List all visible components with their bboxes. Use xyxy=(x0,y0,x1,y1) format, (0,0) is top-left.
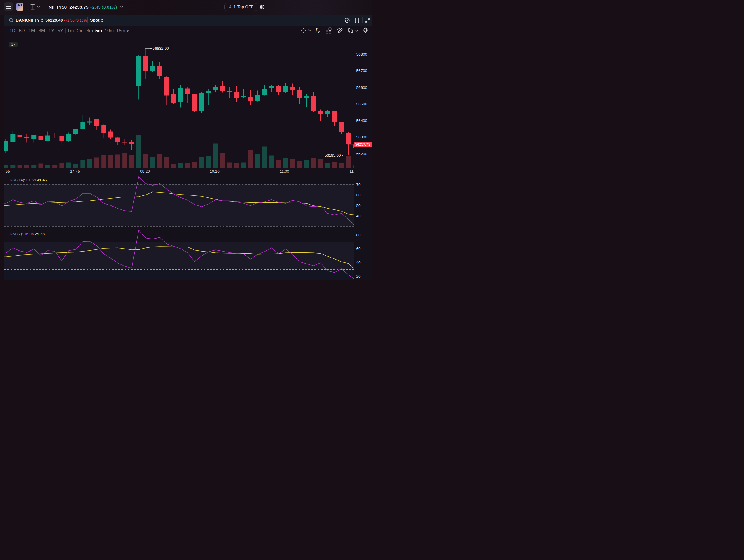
svg-text:80: 80 xyxy=(356,233,361,237)
svg-text:60: 60 xyxy=(356,193,361,197)
svg-text:40: 40 xyxy=(356,214,361,218)
svg-text:20: 20 xyxy=(356,274,361,278)
svg-text:70: 70 xyxy=(356,182,361,186)
svg-text:50: 50 xyxy=(356,203,361,208)
svg-text:56300: 56300 xyxy=(356,135,367,139)
svg-text:56200: 56200 xyxy=(356,152,367,156)
svg-text:x: x xyxy=(318,30,320,34)
svg-text:56832.90: 56832.90 xyxy=(152,46,169,51)
svg-text:40: 40 xyxy=(356,260,361,265)
svg-text:56500: 56500 xyxy=(356,102,367,106)
svg-text:f: f xyxy=(315,28,318,33)
svg-text:56400: 56400 xyxy=(356,118,367,122)
svg-text:60: 60 xyxy=(356,247,361,251)
svg-text:56700: 56700 xyxy=(356,69,367,73)
svg-text:56800: 56800 xyxy=(356,52,367,56)
svg-text:56257.75: 56257.75 xyxy=(355,143,370,147)
svg-text:56195.00: 56195.00 xyxy=(325,153,341,157)
svg-text:56600: 56600 xyxy=(356,85,367,89)
